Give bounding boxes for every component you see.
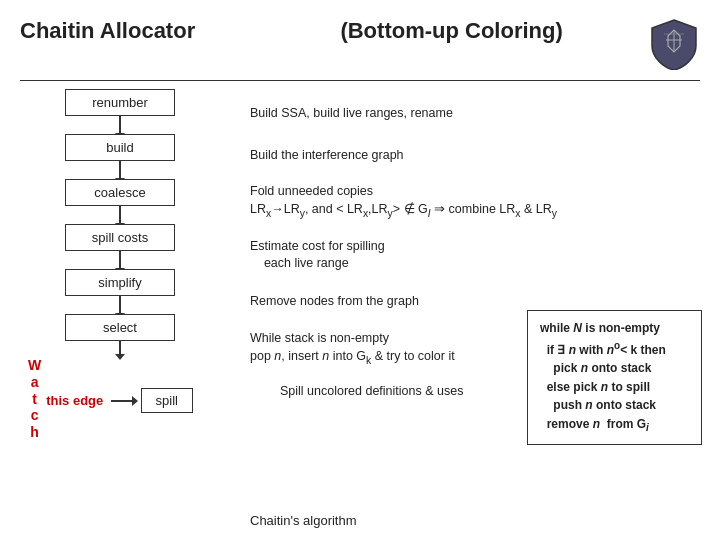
pseudocode-line1: while N is non-empty: [540, 321, 660, 335]
right-pseudocode-box: while N is non-empty if ∃ n with no< k t…: [527, 310, 702, 445]
pseudocode-line6: remove n from Gi: [540, 417, 649, 431]
desc-renumber: Build SSA, build live ranges, rename: [250, 91, 700, 133]
flow-box-renumber: renumber: [65, 89, 175, 116]
desc-build: Build the interference graph: [250, 133, 700, 175]
desc-text-simplify: Remove nodes from the graph: [250, 289, 419, 311]
flow-box-build: build: [65, 134, 175, 161]
chaitins-algorithm-label: Chaitin's algorithm: [250, 513, 357, 528]
watch-letter-t: t: [32, 391, 38, 408]
arrow-renumber-build: [119, 116, 121, 134]
pseudocode-line2: if ∃ n with no< k then: [540, 343, 666, 357]
desc-coalesce: Fold unneeded copies LRx→LRy, and < LRx,…: [250, 175, 700, 227]
this-edge-row: W a t c h this edge spill: [28, 357, 193, 441]
desc-text-build: Build the interference graph: [250, 143, 404, 165]
desc-spill-costs: Estimate cost for spilling each live ran…: [250, 227, 700, 279]
flow-box-select: select: [65, 314, 175, 341]
arrow-select-this: [119, 341, 121, 355]
title-right: (Bottom-up Coloring): [255, 18, 648, 44]
main-container: Chaitin Allocator (Bottom-up Coloring) r…: [0, 0, 720, 540]
arrow-spill-simplify: [119, 251, 121, 269]
watch-label: W a t c h: [28, 357, 42, 441]
pseudocode-line4: else pick n to spill: [540, 380, 650, 394]
spill-box: spill: [141, 388, 193, 413]
footer-text: Chaitin's algorithm: [250, 513, 357, 528]
watch-letter-h: h: [30, 424, 40, 441]
watch-letter-W: W: [28, 357, 42, 374]
desc-text-select: While stack is non-empty pop n, insert n…: [250, 326, 455, 368]
desc-text-coalesce: Fold unneeded copies LRx→LRy, and < LRx,…: [250, 179, 557, 221]
header-divider: [20, 80, 700, 81]
watch-letter-a: a: [31, 374, 40, 391]
flow-box-simplify: simplify: [65, 269, 175, 296]
header-row: Chaitin Allocator (Bottom-up Coloring): [20, 18, 700, 70]
horiz-arrow-spill: [111, 400, 133, 402]
flow-box-spill-costs: spill costs: [65, 224, 175, 251]
desc-text-spill-uncolored: Spill uncolored definitions & uses: [280, 380, 463, 398]
pseudocode-line3: pick n onto stack: [540, 361, 651, 375]
watch-letter-c: c: [31, 407, 40, 424]
desc-text-spill-costs: Estimate cost for spilling each live ran…: [250, 234, 385, 273]
this-edge-label: this edge: [46, 393, 103, 408]
arrow-build-coalesce: [119, 161, 121, 179]
logo-icon: [648, 18, 700, 70]
pseudocode-line5: push n onto stack: [540, 398, 656, 412]
desc-text-renumber: Build SSA, build live ranges, rename: [250, 101, 453, 123]
title-left: Chaitin Allocator: [20, 18, 195, 44]
arrow-coalesce-spill: [119, 206, 121, 224]
flow-box-coalesce: coalesce: [65, 179, 175, 206]
flowchart-column: renumber build coalesce spill costs simp…: [20, 89, 220, 441]
arrow-simplify-select: [119, 296, 121, 314]
